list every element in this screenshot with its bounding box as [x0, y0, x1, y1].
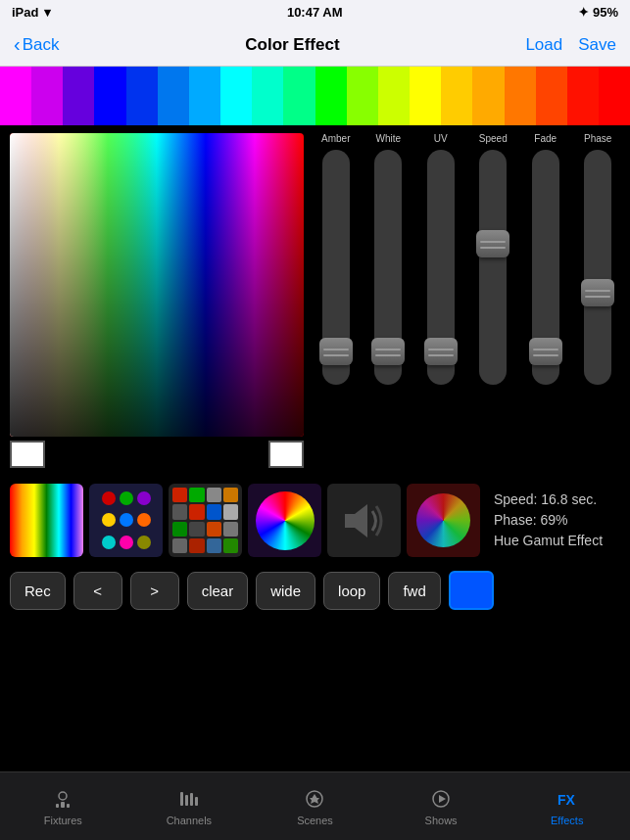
clear-button[interactable]: clear	[187, 572, 249, 610]
slider-white: White	[366, 133, 412, 468]
slider-phase-track[interactable]	[584, 150, 611, 385]
color-band-2	[31, 67, 63, 125]
status-bar-left: iPad ▾	[12, 5, 51, 20]
slider-speed-thumb[interactable]	[476, 230, 509, 257]
slider-phase-thumb[interactable]	[581, 279, 614, 306]
fixtures-icon	[51, 787, 74, 811]
fwd-button[interactable]: fwd	[388, 572, 440, 610]
info-effect: Hue Gamut Effect	[494, 531, 620, 551]
color-picker[interactable]	[10, 133, 304, 437]
preset-radial[interactable]	[248, 484, 321, 557]
sliders-area: Amber White UV Speed Fad	[314, 133, 620, 468]
rec-button[interactable]: Rec	[10, 572, 66, 610]
dark-layer	[10, 133, 304, 437]
save-button[interactable]: Save	[578, 35, 616, 55]
preset-speaker[interactable]	[327, 484, 401, 557]
tab-fixtures[interactable]: Fixtures	[0, 772, 126, 840]
swatch-right[interactable]	[268, 441, 304, 468]
color-band-20	[599, 67, 630, 125]
svg-point-1	[59, 792, 67, 800]
tab-bar: Fixtures Channels Scenes	[0, 771, 630, 840]
tab-scenes[interactable]: Scenes	[252, 772, 378, 840]
color-band-11	[315, 67, 347, 125]
prev-button[interactable]: <	[73, 572, 122, 610]
info-phase: Phase: 69%	[494, 510, 620, 531]
slider-fade-thumb[interactable]	[529, 338, 562, 365]
color-band-3	[63, 67, 94, 125]
hue-radial-inner	[416, 493, 470, 547]
slider-amber-thumb[interactable]	[319, 338, 353, 365]
svg-text:FX: FX	[557, 792, 576, 808]
radial-inner	[256, 491, 315, 550]
slider-fade-track[interactable]	[532, 150, 559, 385]
shows-icon	[429, 787, 453, 811]
color-band-16	[472, 67, 504, 125]
tab-shows-label: Shows	[425, 815, 458, 826]
color-swatches	[10, 441, 304, 468]
slider-white-label: White	[375, 133, 401, 144]
svg-rect-8	[195, 797, 198, 806]
tab-effects[interactable]: FX Effects	[504, 772, 630, 840]
svg-rect-7	[190, 793, 193, 806]
svg-rect-6	[185, 795, 188, 806]
color-band-strip	[0, 67, 630, 125]
color-band-14	[410, 67, 441, 125]
loop-button[interactable]: loop	[323, 572, 380, 610]
preset-speaker-visual	[327, 484, 401, 557]
wide-button[interactable]: wide	[256, 572, 315, 610]
bluetooth-icon: ✦	[578, 5, 589, 20]
color-picker-area	[10, 133, 304, 468]
status-time: 10:47 AM	[287, 5, 343, 20]
main-content: Amber White UV Speed Fad	[0, 125, 630, 476]
back-label[interactable]: Back	[23, 35, 60, 55]
slider-white-thumb[interactable]	[371, 338, 405, 365]
slider-uv-track[interactable]	[427, 150, 455, 385]
color-band-13	[378, 67, 410, 125]
back-button[interactable]: ‹ Back	[14, 33, 59, 56]
slider-amber: Amber	[314, 133, 359, 468]
svg-rect-5	[180, 792, 183, 806]
preset-dots[interactable]	[89, 484, 163, 557]
preset-rainbow[interactable]	[10, 484, 83, 557]
scenes-icon	[303, 787, 326, 811]
color-band-19	[567, 67, 599, 125]
color-band-18	[536, 67, 567, 125]
next-button[interactable]: >	[130, 572, 179, 610]
tab-channels[interactable]: Channels	[126, 772, 253, 840]
back-chevron-icon: ‹	[14, 33, 21, 56]
preset-hue-radial-visual	[407, 484, 480, 557]
speaker-icon	[340, 496, 389, 545]
swatch-left[interactable]	[10, 441, 45, 468]
svg-marker-0	[345, 504, 367, 537]
slider-amber-label: Amber	[321, 133, 350, 144]
color-band-6	[158, 67, 189, 125]
color-band-9	[252, 67, 283, 125]
preset-grid-visual	[169, 484, 242, 557]
color-band-1	[0, 67, 31, 125]
color-band-5	[126, 67, 158, 125]
color-indicator[interactable]	[449, 571, 494, 610]
preset-hue-radial[interactable]	[407, 484, 480, 557]
page-title: Color Effect	[245, 35, 339, 55]
effects-icon: FX	[556, 787, 579, 811]
load-button[interactable]: Load	[525, 35, 562, 55]
device-label: iPad	[12, 5, 38, 20]
preset-rainbow-visual	[10, 484, 83, 557]
slider-speed: Speed	[471, 133, 516, 468]
nav-actions: Load Save	[525, 35, 616, 55]
slider-amber-track[interactable]	[322, 150, 350, 385]
color-band-10	[283, 67, 315, 125]
svg-marker-10	[310, 794, 319, 804]
slider-uv-thumb[interactable]	[424, 338, 458, 365]
slider-speed-track[interactable]	[479, 150, 507, 385]
svg-rect-4	[67, 804, 70, 808]
slider-uv: UV	[418, 133, 463, 468]
slider-white-track[interactable]	[374, 150, 402, 385]
preset-radial-visual	[248, 484, 321, 557]
nav-bar: ‹ Back Color Effect Load Save	[0, 23, 630, 67]
tab-shows[interactable]: Shows	[378, 772, 505, 840]
presets-row: Speed: 16.8 sec. Phase: 69% Hue Gamut Ef…	[0, 476, 630, 565]
preset-grid[interactable]	[169, 484, 242, 557]
controls-row: Rec < > clear wide loop fwd	[0, 565, 630, 616]
info-speed: Speed: 16.8 sec.	[494, 490, 620, 510]
